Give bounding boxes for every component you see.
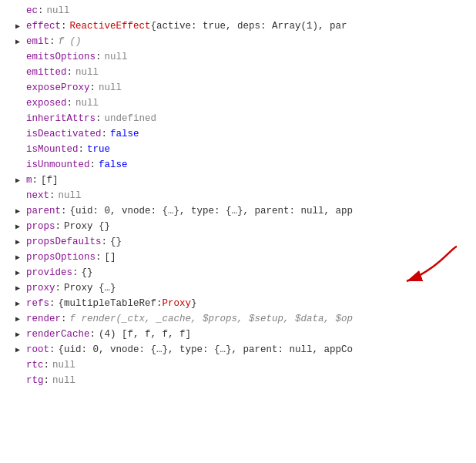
list-item[interactable]: render: f render(_ctx, _cache, $props, $… <box>0 311 476 327</box>
list-item[interactable]: renderCache: (4) [f, f, f, f] <box>0 327 476 342</box>
expand-icon[interactable] <box>15 344 25 357</box>
list-item[interactable]: refs: {multipleTableRef: Proxy} <box>0 296 476 311</box>
property-key: isUnmounted <box>26 157 90 173</box>
list-item: rtg: null <box>0 373 476 388</box>
property-value: f render(_ctx, _cache, $props, $setup, $… <box>70 311 354 327</box>
property-key: provides <box>26 265 72 280</box>
list-item[interactable]: emit: f () <box>0 34 476 49</box>
property-value: null <box>75 96 99 111</box>
expand-icon[interactable] <box>15 221 25 233</box>
list-item: ec: null <box>0 3 476 18</box>
property-value: {} <box>110 234 122 250</box>
list-item[interactable]: provides: {} <box>0 265 476 280</box>
property-key: root <box>26 342 49 357</box>
expand-icon[interactable] <box>15 21 25 33</box>
list-item: next: null <box>0 188 476 203</box>
expand-icon[interactable] <box>15 267 25 280</box>
expand-icon[interactable] <box>15 283 25 295</box>
property-value: null <box>99 80 122 96</box>
list-item: rtc: null <box>0 357 476 373</box>
property-key: render <box>26 311 61 327</box>
list-item: isMounted: true <box>0 142 476 157</box>
property-key: inheritAttrs <box>26 111 96 126</box>
list-item: isUnmounted: false <box>0 157 476 173</box>
expand-icon[interactable] <box>15 36 25 49</box>
property-value: false <box>110 126 139 142</box>
list-item: inheritAttrs: undefined <box>0 111 476 126</box>
property-key: proxy <box>26 280 55 296</box>
property-key: emitsOptions <box>26 49 96 65</box>
property-value: true <box>87 142 110 157</box>
property-value: [f] <box>41 173 59 188</box>
property-value: f () <box>59 34 82 49</box>
property-value: {multipleTableRef: <box>59 296 163 311</box>
property-key: rtg <box>26 373 44 388</box>
expand-icon[interactable] <box>15 329 25 341</box>
list-item[interactable]: root: {uid: 0, vnode: {…}, type: {…}, pa… <box>0 342 476 357</box>
expand-icon[interactable] <box>15 298 25 310</box>
property-value: {uid: 0, vnode: {…}, type: {…}, parent: … <box>70 203 354 219</box>
property-key: exposed <box>26 96 67 111</box>
property-value: {uid: 0, vnode: {…}, type: {…}, parent: … <box>59 342 354 357</box>
property-value: Proxy {} <box>64 219 110 234</box>
property-value: null <box>75 65 99 80</box>
expand-icon[interactable] <box>15 252 25 264</box>
property-key: propsOptions <box>26 250 96 265</box>
property-key: parent <box>26 203 61 219</box>
property-key: renderCache <box>26 327 90 342</box>
property-value: null <box>47 3 70 18</box>
property-key: propsDefaults <box>26 234 102 250</box>
expand-icon[interactable] <box>15 175 25 187</box>
property-value: undefined <box>105 111 157 126</box>
property-value: ReactiveEffect <box>70 18 151 34</box>
property-value: null <box>52 357 75 373</box>
property-value: (4) [f, f, f, f] <box>99 327 191 342</box>
property-key: rtc <box>26 357 44 373</box>
property-key: exposeProxy <box>26 80 90 96</box>
expand-icon[interactable] <box>15 237 25 249</box>
list-item: emitted: null <box>0 65 476 80</box>
list-item[interactable]: propsDefaults: {} <box>0 234 476 250</box>
property-key: isMounted <box>26 142 79 157</box>
property-value: [] <box>105 250 116 265</box>
property-value: false <box>99 157 128 173</box>
property-key: emit <box>26 34 49 49</box>
console-container: ec: null effect: ReactiveEffect {active:… <box>0 0 476 463</box>
list-item: exposeProxy: null <box>0 80 476 96</box>
property-value: {} <box>82 265 93 280</box>
property-value: null <box>59 188 82 203</box>
property-key: props <box>26 219 55 234</box>
property-key: isDeactivated <box>26 126 102 142</box>
list-item[interactable]: proxy: Proxy {…} <box>0 280 476 296</box>
property-key: emitted <box>26 65 67 80</box>
expand-icon[interactable] <box>15 206 25 218</box>
list-item: exposed: null <box>0 96 476 111</box>
property-key: next <box>26 188 49 203</box>
expand-icon[interactable] <box>15 314 25 326</box>
property-value-class: Proxy <box>163 296 192 311</box>
list-item[interactable]: parent: {uid: 0, vnode: {…}, type: {…}, … <box>0 203 476 219</box>
list-item[interactable]: effect: ReactiveEffect {active: true, de… <box>0 18 476 34</box>
property-value: null <box>52 373 75 388</box>
property-key: ec <box>26 3 38 18</box>
property-value: Proxy {…} <box>64 280 116 296</box>
property-key: effect <box>26 18 61 34</box>
list-item: isDeactivated: false <box>0 126 476 142</box>
list-item: emitsOptions: null <box>0 49 476 65</box>
property-key: refs <box>26 296 49 311</box>
list-item[interactable]: propsOptions: [] <box>0 250 476 265</box>
property-value: null <box>105 49 128 65</box>
list-item[interactable]: m: [f] <box>0 173 476 188</box>
list-item[interactable]: props: Proxy {} <box>0 219 476 234</box>
property-key: m <box>26 173 32 188</box>
